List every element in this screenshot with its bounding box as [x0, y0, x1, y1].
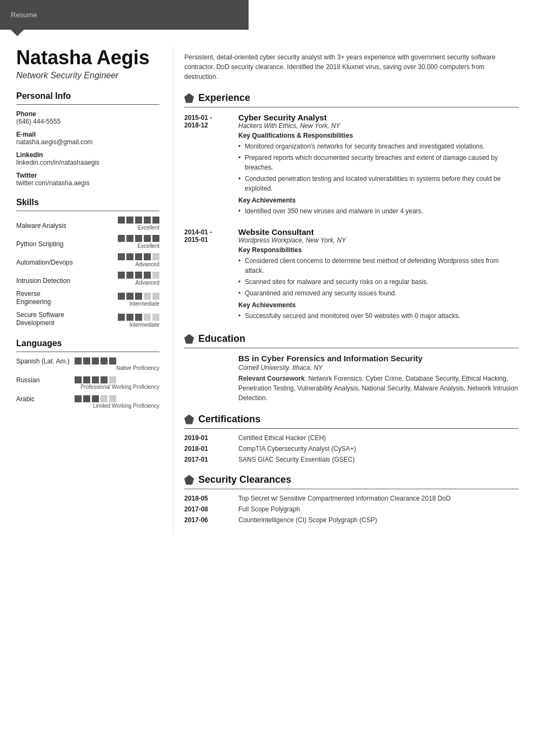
lang-dot	[75, 395, 82, 402]
cert-entry: 2018-01 CompTIA Cybersecurity Analyst (C…	[184, 445, 519, 453]
skill-row: Reverse Engineering Intermediate	[16, 290, 159, 307]
skill-dot	[126, 235, 133, 242]
experience-title: Experience	[198, 92, 250, 104]
skill-dot	[118, 293, 125, 300]
skill-dot	[126, 314, 133, 321]
summary-text: Persistent, detail-oriented cyber securi…	[184, 47, 519, 82]
lang-dot	[83, 395, 90, 402]
skill-level: Advanced	[136, 280, 159, 286]
skill-dot	[135, 253, 142, 260]
info-label: E-mail	[16, 131, 159, 138]
lang-name: Spanish (Lat. Am.)	[16, 357, 70, 365]
lang-dot	[83, 357, 90, 364]
skill-dot	[144, 217, 151, 224]
exp-qual-bullet: Considered client concerns to determine …	[238, 256, 519, 275]
language-row: Arabic Limited Working Proficiency	[16, 395, 159, 409]
right-column: Persistent, detail-oriented cyber securi…	[173, 47, 519, 535]
exp-ach-bullet: Successfully secured and monitored over …	[238, 311, 519, 321]
lang-top: Arabic	[16, 395, 159, 403]
exp-qual-bullet: Conducted penetration testing and locate…	[238, 174, 519, 193]
lang-level: Limited Working Proficiency	[16, 403, 159, 409]
lang-dot	[83, 376, 90, 383]
exp-qual-bullet: Quarantined and removed any security iss…	[238, 288, 519, 298]
candidate-name: Natasha Aegis	[16, 47, 159, 69]
lang-name: Russian	[16, 376, 70, 384]
skill-row: Python Scripting Excellent	[16, 235, 159, 249]
certifications-bullet-icon	[184, 415, 194, 424]
skill-dot	[118, 235, 125, 242]
skill-dot	[135, 217, 142, 224]
skill-bar-area: Excellent	[118, 235, 159, 249]
clearances-section: Security Clearances 2018-05 Top Secret w…	[184, 474, 519, 524]
personal-info-section: Personal Info Phone(646) 444-5555E-mailn…	[16, 91, 159, 187]
skill-dot	[144, 253, 151, 260]
info-value: natasha.aegis@gmail.com	[16, 138, 159, 146]
skill-name: Malware Analysis	[16, 222, 76, 231]
skill-dots	[118, 314, 159, 321]
education-bullet-icon	[184, 334, 194, 344]
skill-level: Excellent	[137, 225, 159, 231]
clearance-items: 2018-05 Top Secret w/ Sensitive Compartm…	[184, 495, 519, 524]
lang-top: Russian	[16, 376, 159, 384]
skill-level: Intermediate	[129, 301, 159, 307]
clearances-title: Security Clearances	[198, 474, 291, 485]
edu-degree: BS in Cyber Forensics and Information Se…	[238, 354, 519, 363]
skill-dot	[144, 293, 151, 300]
clearance-entry: 2017-08 Full Scope Polygraph	[184, 505, 519, 513]
exp-qual-bullet: Monitored organization's networks for se…	[238, 141, 519, 151]
clearance-name: Counterintelligence (CI) Scope Polygraph…	[238, 516, 377, 524]
cert-date: 2018-01	[184, 445, 228, 453]
clearance-entry: 2017-06 Counterintelligence (CI) Scope P…	[184, 516, 519, 524]
info-label: LinkedIn	[16, 151, 159, 159]
cert-name: Certified Ethical Hacker (CEH)	[238, 434, 326, 442]
skill-dot	[118, 314, 125, 321]
lang-dot	[101, 357, 108, 364]
skill-level: Intermediate	[129, 322, 159, 328]
lang-dot	[101, 376, 108, 383]
experience-header: Experience	[184, 92, 519, 107]
experience-entry: 2015-01 - 2018-12 Cyber Security Analyst…	[184, 113, 519, 218]
skill-dot	[152, 217, 159, 224]
skill-dot	[144, 272, 151, 279]
skill-dot	[135, 293, 142, 300]
clearance-date: 2017-08	[184, 505, 228, 513]
skill-name: Automation/Devops	[16, 259, 76, 267]
skill-name: Reverse Engineering	[16, 290, 76, 307]
language-row: Spanish (Lat. Am.) Native Proficiency	[16, 357, 159, 371]
exp-ach-list: Successfully secured and monitored over …	[238, 311, 519, 321]
skills-section: Skills Malware Analysis Excellent Python…	[16, 198, 159, 328]
lang-dots	[75, 376, 116, 383]
certifications-section: Certifications 2019-01 Certified Ethical…	[184, 414, 519, 463]
skill-name: Intrusion Detection	[16, 277, 76, 286]
skill-row: Secure Software Development Intermediate	[16, 311, 159, 328]
exp-content: Cyber Security Analyst Hackers With Ethi…	[238, 113, 519, 218]
personal-info-title: Personal Info	[16, 91, 159, 105]
experience-entry: 2014-01 - 2015-01 Website Consultant Wor…	[184, 227, 519, 322]
info-label: Phone	[16, 110, 159, 118]
exp-content: Website Consultant Wordpress Workplace, …	[238, 227, 519, 322]
job-title: Network Security Engineer	[16, 71, 159, 80]
exp-company: Wordpress Workplace, New York, NY	[238, 237, 519, 244]
skill-dot	[152, 293, 159, 300]
certifications-title: Certifications	[198, 414, 260, 425]
cert-date: 2017-01	[184, 456, 228, 463]
skill-dots	[118, 253, 159, 260]
lang-dot	[101, 395, 108, 402]
experience-items: 2015-01 - 2018-12 Cyber Security Analyst…	[184, 113, 519, 322]
exp-achievements-title: Key Achievements	[238, 197, 519, 204]
lang-dot	[92, 395, 99, 402]
cert-name: CompTIA Cybersecurity Analyst (CySA+)	[238, 445, 356, 453]
clearances-bullet-icon	[184, 475, 194, 485]
experience-section: Experience 2015-01 - 2018-12 Cyber Secur…	[184, 92, 519, 322]
exp-dates: 2015-01 - 2018-12	[184, 113, 228, 218]
lang-level: Professional Working Proficiency	[16, 384, 159, 390]
education-section: Education BS in Cyber Forensics and Info…	[184, 333, 519, 403]
exp-company: Hackers With Ethics, New York, NY	[238, 122, 519, 130]
exp-qualifications-title: Key Responsibilities	[238, 246, 519, 254]
skill-dot	[135, 314, 142, 321]
top-bar: Resume	[0, 0, 249, 30]
clearance-date: 2018-05	[184, 495, 228, 502]
skill-bar-area: Advanced	[118, 253, 159, 267]
cert-name: SANS GIAC Security Essentials (GSEC)	[238, 456, 355, 463]
info-label: Twitter	[16, 172, 159, 179]
